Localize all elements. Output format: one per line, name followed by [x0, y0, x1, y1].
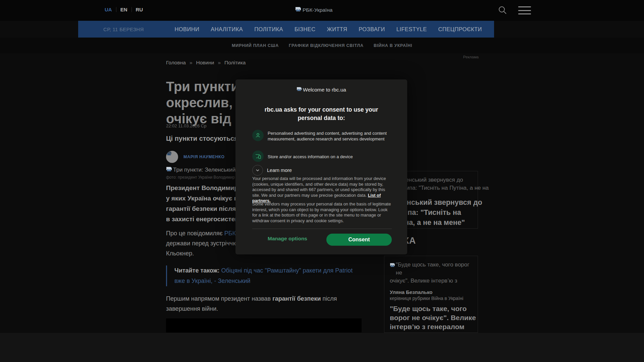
- consent-welcome-text: Welcome to rbc.ua: [303, 87, 346, 93]
- manage-options-button[interactable]: Manage options: [268, 236, 307, 242]
- lang-en[interactable]: EN: [120, 7, 127, 12]
- person-icon: [252, 130, 264, 141]
- device-icon: [252, 150, 264, 162]
- paragraph-bold-text: гарантії безпеки: [272, 295, 321, 302]
- consent-dialog: Welcome to rbc.ua rbc.ua asks for your c…: [235, 79, 407, 254]
- embedded-video-placeholder[interactable]: [166, 318, 362, 333]
- article-author-row: МАРІЯ НАУМЕНКО: [166, 151, 225, 163]
- page-root: UA EN RU РБК-Україна СР, 11 БЕРЕЗНЯ НОВИ…: [0, 0, 644, 362]
- read-also-block: Читайте також: Обіцяні під час "Рамштайн…: [166, 265, 362, 286]
- topic-peace-plan[interactable]: МИРНИЙ ПЛАН США: [232, 43, 279, 48]
- nav-item-polityka[interactable]: ПОЛІТИКА: [254, 26, 283, 33]
- consent-heading: rbc.ua asks for your consent to use your…: [254, 106, 388, 122]
- main-navigation: СР, 11 БЕРЕЗНЯ НОВИНИ АНАЛІТИКА ПОЛІТИКА…: [78, 21, 494, 38]
- breadcrumb-separator: »: [218, 60, 221, 66]
- topic-blackout-schedules[interactable]: ГРАФІКИ ВІДКЛЮЧЕННЯ СВІТЛА: [289, 43, 364, 48]
- divider: [116, 7, 116, 12]
- card-author-role: керівниця рубрики Війна в Україні: [390, 296, 478, 301]
- broken-image-icon: [166, 167, 172, 174]
- nav-item-zhyttia[interactable]: ЖИТТЯ: [327, 26, 347, 33]
- broken-image-icon: [297, 87, 302, 93]
- footer-strip: [0, 333, 644, 362]
- sidebar-card-komarenko-interview[interactable]: "Буде щось таке, чого ворог не очікує". …: [384, 256, 478, 333]
- breadcrumb-news[interactable]: Новини: [196, 60, 214, 66]
- card-author: Уляна Безпалько: [390, 289, 478, 295]
- author-link[interactable]: МАРІЯ НАУМЕНКО: [183, 155, 225, 159]
- purpose-text: Personalised advertising and content, ad…: [268, 130, 395, 142]
- lang-ua[interactable]: UA: [105, 7, 112, 12]
- paragraph-text: Першим напрямом президент назвав: [166, 295, 272, 302]
- search-icon[interactable]: [497, 5, 507, 15]
- divider: [252, 229, 392, 229]
- card-title-line: ворог не очікує". Велике: [390, 313, 478, 322]
- nav-item-lifestyle[interactable]: LIFESTYLE: [396, 26, 427, 33]
- topic-war-in-ukraine[interactable]: ВІЙНА В УКРАЇНІ: [374, 43, 412, 48]
- nav-item-rozvahy[interactable]: РОЗВАГИ: [359, 26, 385, 33]
- nav-item-analityka[interactable]: АНАЛІТИКА: [211, 26, 243, 33]
- nav-item-spetsproekty[interactable]: СПЕЦПРОЄКТИ: [438, 26, 482, 33]
- consent-welcome-row: Welcome to rbc.ua: [235, 87, 407, 93]
- source-text: Про це повідомиляє: [166, 230, 224, 237]
- purpose-text: Store and/or access information on a dev…: [268, 153, 395, 160]
- ad-label: Реклама: [448, 55, 479, 59]
- card-title-line: інтерв’ю з генералом: [390, 322, 478, 331]
- article-datetime: 22:02 11.03.2026 Ср: [166, 123, 206, 128]
- breadcrumb-politics[interactable]: Політика: [224, 60, 246, 66]
- site-logo[interactable]: РБК-Україна: [295, 7, 332, 13]
- card-title-line: "Буде щось таке, чого: [390, 304, 478, 313]
- nav-item-novyny[interactable]: НОВИНИ: [175, 26, 200, 33]
- consent-button[interactable]: Consent: [326, 234, 392, 246]
- avatar: [166, 151, 178, 163]
- consent-purpose-personalised-ads: Personalised advertising and content, ad…: [252, 130, 395, 142]
- broken-image-icon: [390, 262, 395, 270]
- breadcrumb-home[interactable]: Головна: [166, 60, 186, 66]
- site-logo-alt-text: РБК-Україна: [303, 7, 332, 13]
- learn-more-label[interactable]: Learn more: [267, 168, 292, 173]
- language-switcher: UA EN RU: [105, 7, 143, 12]
- hamburger-icon[interactable]: [518, 6, 531, 14]
- card-alt-line: очікує". Велике інтерв’ю з: [390, 277, 474, 285]
- consent-paragraph-text: Your personal data will be processed and…: [252, 176, 386, 198]
- card-alt-line: генералом Комаренком: [390, 285, 474, 286]
- breadcrumb: Головна » Новини » Політика: [166, 60, 246, 66]
- nav-item-biznes[interactable]: БІЗНЕС: [294, 26, 316, 33]
- consent-paragraph-1: Your personal data will be processed and…: [252, 176, 393, 204]
- nav-date: СР, 11 БЕРЕЗНЯ: [103, 26, 144, 32]
- card-alt-line: "Буде щось таке, чого ворог не: [390, 261, 474, 277]
- consent-purpose-store-access: Store and/or access information on a dev…: [252, 150, 395, 162]
- chevron-down-icon[interactable]: [252, 165, 263, 176]
- article-paragraph: Першим напрямом президент назвав гаранті…: [166, 294, 362, 314]
- broken-image-icon: [295, 7, 301, 13]
- read-also-label: Читайте також:: [174, 267, 220, 274]
- hot-topics-bar: МИРНИЙ ПЛАН США ГРАФІКИ ВІДКЛЮЧЕННЯ СВІТ…: [0, 38, 644, 53]
- top-bar: UA EN RU РБК-Україна: [0, 0, 644, 21]
- divider: [131, 7, 132, 12]
- card-image-placeholder: "Буде щось таке, чого ворог не очікує". …: [390, 261, 474, 286]
- lang-ru[interactable]: RU: [136, 7, 143, 12]
- breadcrumb-separator: »: [190, 60, 193, 66]
- learn-more-toggle[interactable]: Learn more: [252, 165, 292, 176]
- consent-paragraph-2: Some vendors may process your personal d…: [252, 201, 393, 224]
